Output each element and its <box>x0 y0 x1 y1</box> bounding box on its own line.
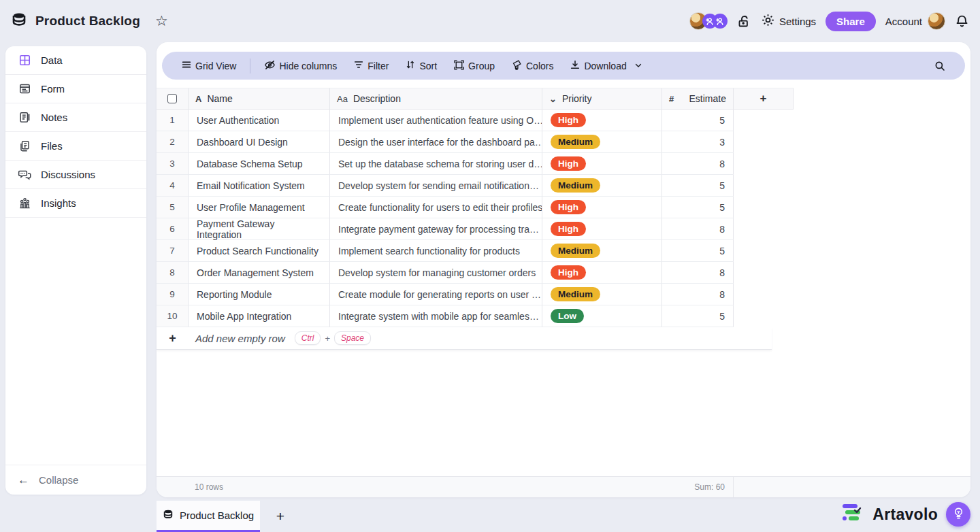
collaborator-avatars[interactable] <box>689 12 728 30</box>
cell-description[interactable]: Create functionality for users to edit t… <box>330 197 542 218</box>
colors-icon <box>511 59 523 73</box>
tab-product-backlog[interactable]: Product Backlog <box>157 501 260 532</box>
sort-button[interactable]: Sort <box>398 52 444 80</box>
cell-estimate[interactable]: 5 <box>662 175 734 197</box>
cell-priority[interactable]: Medium <box>542 240 662 262</box>
table-row[interactable]: 6 Payment Gateway Integration Integrate … <box>157 218 970 240</box>
cell-priority[interactable]: Low <box>542 305 662 327</box>
column-header-name[interactable]: A Name <box>189 88 330 110</box>
cell-name[interactable]: Reporting Module <box>189 284 330 305</box>
row-number[interactable]: 6 <box>157 218 189 240</box>
table-row[interactable]: 3 Database Schema Setup Set up the datab… <box>157 153 970 175</box>
row-number[interactable]: 8 <box>157 262 189 284</box>
cell-description[interactable]: Integrate payment gateway for processing… <box>330 218 542 240</box>
share-button[interactable]: Share <box>826 12 876 31</box>
table-row[interactable]: 2 Dashboard UI Design Design the user in… <box>157 131 970 153</box>
sidebar-item-data[interactable]: Data <box>5 46 146 75</box>
cell-priority[interactable]: High <box>542 110 662 131</box>
cell-priority[interactable]: Medium <box>542 284 662 305</box>
table-row[interactable]: 1 User Authentication Implement user aut… <box>157 110 970 131</box>
cell-description[interactable]: Implement user authentication feature us… <box>330 110 542 131</box>
cell-name[interactable]: User Authentication <box>189 110 330 131</box>
cell-description[interactable]: Create module for generating reports on … <box>330 284 542 305</box>
cell-estimate[interactable]: 8 <box>662 262 734 284</box>
row-number[interactable]: 7 <box>157 240 189 262</box>
column-header-description[interactable]: Aa Description <box>330 88 542 110</box>
cell-name[interactable]: User Profile Management <box>189 197 330 218</box>
colors-button[interactable]: Colors <box>504 52 560 80</box>
chevron-down-icon <box>634 61 642 71</box>
cell-estimate[interactable]: 5 <box>662 110 734 131</box>
row-number[interactable]: 1 <box>157 110 189 131</box>
cell-priority[interactable]: Medium <box>542 175 662 197</box>
add-row-button[interactable]: + Add new empty row Ctrl + Space <box>157 327 772 350</box>
row-number[interactable]: 9 <box>157 284 189 305</box>
group-button[interactable]: Group <box>446 52 502 80</box>
row-number[interactable]: 4 <box>157 175 189 197</box>
cell-estimate[interactable]: 5 <box>662 197 734 218</box>
grid-view-button[interactable]: Grid View <box>174 52 243 80</box>
cell-name[interactable]: Dashboard UI Design <box>189 131 330 153</box>
cell-description[interactable]: Integrate system with mobile app for sea… <box>330 305 542 327</box>
download-button[interactable]: Download <box>563 52 649 80</box>
table-row[interactable]: 5 User Profile Management Create functio… <box>157 197 970 218</box>
table-header-row: A Name Aa Description ⌄ Priority # Estim… <box>157 88 970 110</box>
cell-description[interactable]: Design the user interface for the dashbo… <box>330 131 542 153</box>
row-count: 10 rows <box>195 482 223 492</box>
main-panel: Grid View Hide columns Filter Sort <box>157 42 970 497</box>
sidebar-item-form[interactable]: Form <box>5 75 146 103</box>
cell-estimate[interactable]: 8 <box>662 284 734 305</box>
cell-priority[interactable]: High <box>542 153 662 175</box>
cell-priority[interactable]: High <box>542 262 662 284</box>
cell-name[interactable]: Payment Gateway Integration <box>189 218 330 240</box>
table-row[interactable]: 4 Email Notification System Develop syst… <box>157 175 970 197</box>
table-row[interactable]: 8 Order Management System Develop system… <box>157 262 970 284</box>
cell-estimate[interactable]: 5 <box>662 305 734 327</box>
cell-name[interactable]: Order Management System <box>189 262 330 284</box>
select-all-checkbox[interactable] <box>167 94 177 103</box>
cell-description[interactable]: Implement search functionality for produ… <box>330 240 542 262</box>
account-button[interactable]: Account <box>885 12 945 30</box>
settings-button[interactable]: Settings <box>761 13 816 29</box>
cell-priority[interactable]: Medium <box>542 131 662 153</box>
help-button[interactable] <box>946 502 970 527</box>
cell-description[interactable]: Develop system for managing customer ord… <box>330 262 542 284</box>
cell-estimate[interactable]: 8 <box>662 218 734 240</box>
cell-estimate[interactable]: 3 <box>662 131 734 153</box>
cell-estimate[interactable]: 8 <box>662 153 734 175</box>
sidebar-item-discussions[interactable]: Discussions <box>5 161 146 189</box>
sidebar-item-insights[interactable]: Insights <box>5 189 146 218</box>
unlock-icon[interactable] <box>737 14 751 29</box>
add-column-button[interactable]: + <box>734 88 794 110</box>
row-number[interactable]: 2 <box>157 131 189 153</box>
sidebar-item-notes[interactable]: Notes <box>5 103 146 132</box>
row-number[interactable]: 5 <box>157 197 189 218</box>
select-field-icon: ⌄ <box>549 94 557 104</box>
cell-description[interactable]: Develop system for sending email notific… <box>330 175 542 197</box>
row-number[interactable]: 10 <box>157 305 189 327</box>
table-row[interactable]: 10 Mobile App Integration Integrate syst… <box>157 305 970 327</box>
column-header-estimate[interactable]: # Estimate <box>662 88 734 110</box>
cell-priority[interactable]: High <box>542 218 662 240</box>
add-tab-button[interactable]: + <box>260 501 301 532</box>
cell-description[interactable]: Set up the database schema for storing u… <box>330 153 542 175</box>
notifications-bell-icon[interactable] <box>955 14 969 29</box>
cell-name[interactable]: Database Schema Setup <box>189 153 330 175</box>
cell-name[interactable]: Email Notification System <box>189 175 330 197</box>
table-row[interactable]: 9 Reporting Module Create module for gen… <box>157 284 970 305</box>
select-all-cell[interactable] <box>157 88 189 110</box>
cell-estimate[interactable]: 5 <box>662 240 734 262</box>
column-header-priority[interactable]: ⌄ Priority <box>542 88 662 110</box>
favorite-star-icon[interactable]: ☆ <box>155 13 168 29</box>
discussions-icon <box>18 168 31 182</box>
sidebar-item-files[interactable]: Files <box>5 132 146 161</box>
filter-button[interactable]: Filter <box>346 52 395 80</box>
table-row[interactable]: 7 Product Search Functionality Implement… <box>157 240 970 262</box>
row-number[interactable]: 3 <box>157 153 189 175</box>
collapse-sidebar-button[interactable]: ← Collapse <box>5 465 146 495</box>
cell-name[interactable]: Product Search Functionality <box>189 240 330 262</box>
search-icon[interactable] <box>927 52 953 80</box>
cell-priority[interactable]: High <box>542 197 662 218</box>
hide-columns-button[interactable]: Hide columns <box>257 52 344 80</box>
cell-name[interactable]: Mobile App Integration <box>189 305 330 327</box>
